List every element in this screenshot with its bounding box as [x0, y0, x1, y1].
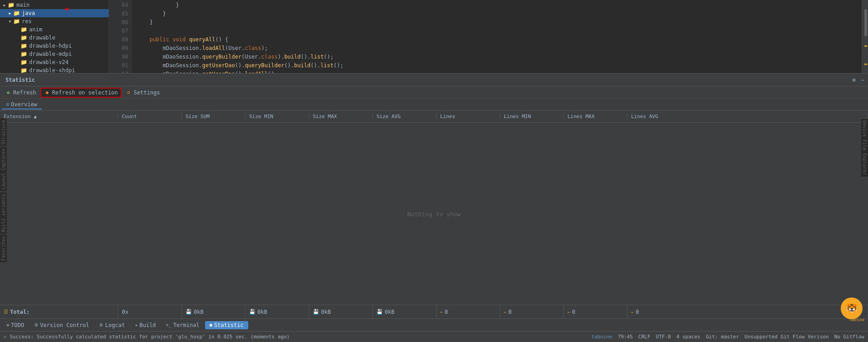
col-lmin-label: Lines MIN — [504, 114, 531, 119]
col-header-size-min[interactable]: Size MIN — [246, 114, 309, 119]
tab-overview[interactable]: ⊞ Overview — [2, 100, 42, 109]
sidebar-item-label: main — [16, 2, 30, 8]
empty-message: Nothing to show — [407, 210, 461, 217]
footer-savg-value: 0kB — [385, 309, 395, 315]
total-icon: ☰ — [4, 309, 8, 315]
line-num: 88 — [109, 35, 128, 44]
tab-statistic[interactable]: ● Statistic — [205, 321, 248, 329]
tab-version-control[interactable]: ⑨ Version Control — [30, 321, 94, 329]
sidebar-item-drawable-mdpi[interactable]: ▶ 📁 drawable-mdpi — [0, 50, 109, 58]
tabnine-label: tabnine — [591, 334, 612, 340]
col-header-lines-max[interactable]: Lines MAX — [564, 114, 627, 119]
tab-todo[interactable]: ≡ TODO — [2, 321, 29, 329]
arrow-icon: ▼ — [7, 19, 13, 24]
sidebar-item-anim[interactable]: ▶ 📁 anim — [0, 25, 109, 34]
settings-button[interactable]: ⚙ Settings — [122, 88, 163, 97]
status-message: ✓ Success: Successfully calculated stati… — [4, 334, 591, 340]
tabnine-label-bottom: tabnine — [849, 318, 864, 322]
tab-statistic-label: Statistic — [214, 322, 244, 328]
code-line-84: } — [136, 1, 857, 10]
col-header-lines-avg[interactable]: Lines AVG — [627, 114, 868, 119]
refresh-button[interactable]: ● Refresh — [2, 88, 40, 97]
sidebar-item-main[interactable]: ▶ 📁 main — [0, 1, 109, 9]
line-num: 89 — [109, 44, 128, 53]
tab-build[interactable]: ✦ Build — [130, 321, 161, 329]
col-header-lines-min[interactable]: Lines MIN — [500, 114, 564, 119]
git-branch[interactable]: Git: master — [706, 334, 739, 340]
pencil-icon: ✏ — [631, 309, 634, 314]
footer-size-avg: 💾 0kB — [373, 305, 437, 318]
footer-lines-avg: ✏ 0 — [627, 305, 868, 318]
col-header-lines[interactable]: Lines — [437, 114, 500, 119]
footer-lines-min: ✏ 0 — [500, 305, 564, 318]
footer-lines-max: ✏ 0 — [564, 305, 627, 318]
col-header-size-max[interactable]: Size MAX — [309, 114, 373, 119]
settings-icon: ⚙ — [125, 89, 132, 96]
sidebar-item-label: drawable-xhdpi — [29, 67, 75, 73]
footer-lines-value: 0 — [445, 309, 448, 315]
footer-size-sum: 💾 0kB — [182, 305, 246, 318]
gear-icon[interactable]: ⚙ — [851, 75, 858, 85]
pencil-icon: ✏ — [440, 309, 443, 314]
left-label-layout-captures[interactable]: Layout Captures — [0, 147, 7, 192]
code-line-87 — [136, 27, 857, 35]
tab-vc-label: Version Control — [40, 322, 89, 328]
left-label-structure[interactable]: Structure — [0, 118, 7, 147]
tab-terminal[interactable]: >_ Terminal — [161, 321, 204, 329]
sidebar-item-drawable-xhdpi[interactable]: ▶ 📁 drawable-xhdpi — [0, 66, 109, 73]
sidebar-item-res[interactable]: ▼ 📁 res — [0, 17, 109, 25]
sidebar-item-drawable-v24[interactable]: ▶ 📁 drawable-v24 — [0, 58, 109, 66]
left-label-favorites[interactable]: Favorites — [0, 234, 7, 263]
col-header-extension[interactable]: Extension ▲ — [0, 114, 118, 119]
col-header-size-avg[interactable]: Size AVG — [373, 114, 437, 119]
tabnine-avatar[interactable]: 🐯 — [841, 297, 863, 319]
pencil-icon: ✏ — [567, 309, 570, 314]
panel-title: Statistic — [2, 77, 39, 83]
code-content[interactable]: } } } public void queryAll() { mDaoSessi… — [132, 0, 862, 73]
tab-logcat[interactable]: ⑥ Logcat — [95, 321, 129, 329]
cursor-position[interactable]: 79:45 — [618, 334, 633, 340]
version-control-icon: ⑨ — [34, 322, 38, 327]
left-label-build-variants[interactable]: Build variants — [0, 192, 7, 234]
arrow-icon: ▶ — [2, 2, 7, 8]
refresh-icon: ● — [5, 89, 11, 96]
folder-icon: 📁 — [13, 18, 20, 25]
editor-scrollbar[interactable] — [862, 0, 868, 73]
overview-tab-icon: ⊞ — [6, 102, 9, 107]
top-section: ➜ ▶ 📁 main ▶ 📁 java ▼ 📁 res ▶ 📁 anim — [0, 0, 868, 73]
scrollbar-thumb[interactable] — [864, 9, 867, 36]
refresh-on-selection-icon: ● — [44, 89, 50, 96]
indent-setting[interactable]: 4 spaces — [676, 334, 700, 340]
bottom-tab-bar: ≡ TODO ⑨ Version Control ⑥ Logcat ✦ Buil… — [0, 318, 868, 331]
logcat-icon: ⑥ — [99, 322, 103, 327]
charset[interactable]: UTF-8 — [656, 334, 671, 340]
sidebar-item-label: drawable-hdpi — [29, 43, 72, 49]
col-header-size-sum[interactable]: Size SUM — [182, 114, 246, 119]
col-extension-label: Extension ▲ — [4, 114, 37, 119]
sidebar-item-drawable[interactable]: ▶ 📁 drawable — [0, 34, 109, 42]
tabs-row: ⊞ Overview — [0, 99, 868, 111]
sidebar-item-label: java — [22, 10, 35, 16]
sidebar-item-drawable-hdpi[interactable]: ▶ 📁 drawable-hdpi — [0, 42, 109, 50]
right-label-device-file-explorer[interactable]: Device File Explorer — [861, 118, 868, 177]
status-bar: ✓ Success: Successfully calculated stati… — [0, 331, 868, 342]
code-line-85: } — [136, 10, 857, 18]
folder-icon: 📁 — [7, 1, 15, 9]
folder-icon: 📁 — [20, 26, 27, 33]
col-smax-label: Size MAX — [313, 114, 337, 119]
refresh-on-selection-button[interactable]: ● Refresh on selection — [40, 88, 122, 98]
table-header: Extension ▲ Count Size SUM Size MIN Size… — [0, 111, 868, 123]
statistic-panel: Statistic ⚙ — ● Refresh ● Refresh on sel… — [0, 73, 868, 318]
line-ending[interactable]: CRLF — [638, 334, 651, 340]
col-header-count[interactable]: Count — [118, 114, 182, 119]
statistic-tab-icon: ● — [210, 322, 212, 327]
disk-icon: 💾 — [376, 309, 383, 315]
no-gitflow-label: No Gitflow — [834, 334, 864, 340]
col-count-label: Count — [122, 114, 137, 119]
refresh-label: Refresh — [13, 89, 36, 96]
sidebar-item-java[interactable]: ▶ 📁 java — [0, 9, 109, 17]
minimize-icon[interactable]: — — [859, 75, 866, 85]
folder-icon: 📁 — [20, 42, 27, 50]
terminal-icon: >_ — [166, 322, 171, 327]
tab-todo-label: TODO — [11, 322, 24, 328]
